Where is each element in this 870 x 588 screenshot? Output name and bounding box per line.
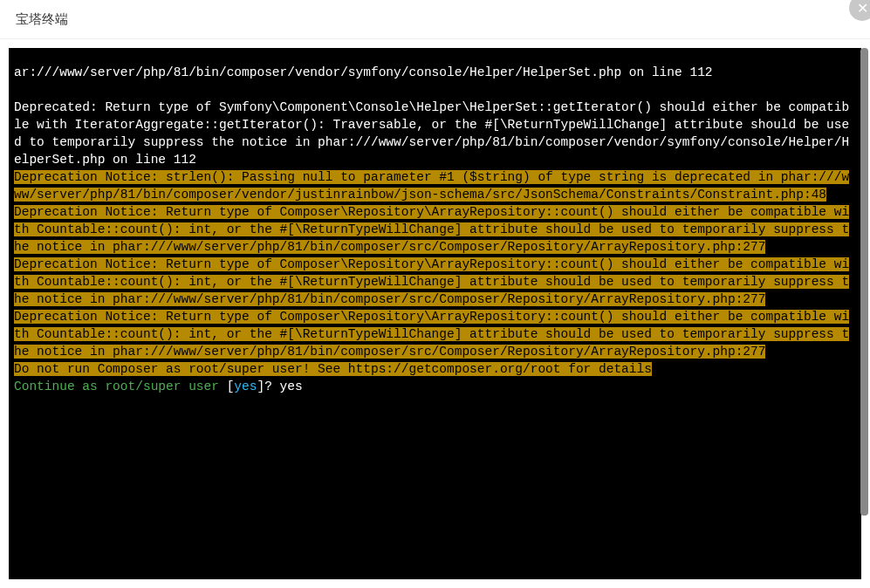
output-highlight: Do not run Composer as root/super user! … bbox=[14, 362, 652, 376]
terminal-modal: 宝塔终端 ✕ ar:///www/server/php/81/bin/compo… bbox=[0, 0, 870, 588]
output-highlight: Deprecation Notice: strlen(): Passing nu… bbox=[14, 170, 849, 202]
output-line: ar:///www/server/php/81/bin/composer/ven… bbox=[14, 65, 713, 79]
prompt-answer: ]? yes bbox=[257, 379, 302, 393]
output-highlight: Deprecation Notice: Return type of Compo… bbox=[14, 205, 849, 254]
prompt-text: Continue as root/super user bbox=[14, 379, 219, 393]
scrollbar[interactable] bbox=[860, 48, 868, 579]
close-icon: ✕ bbox=[857, 0, 868, 17]
output-line: Deprecated: Return type of Symfony\Compo… bbox=[14, 100, 849, 167]
terminal-output[interactable]: ar:///www/server/php/81/bin/composer/ven… bbox=[9, 48, 861, 579]
prompt-default: yes bbox=[234, 379, 257, 393]
terminal-wrap: ar:///www/server/php/81/bin/composer/ven… bbox=[0, 39, 870, 588]
modal-title: 宝塔终端 bbox=[16, 11, 68, 28]
scrollbar-thumb[interactable] bbox=[860, 48, 868, 516]
output-highlight: Deprecation Notice: Return type of Compo… bbox=[14, 257, 849, 306]
titlebar: 宝塔终端 bbox=[0, 0, 870, 39]
prompt-bracket: [ bbox=[219, 379, 234, 393]
output-highlight: Deprecation Notice: Return type of Compo… bbox=[14, 310, 849, 359]
